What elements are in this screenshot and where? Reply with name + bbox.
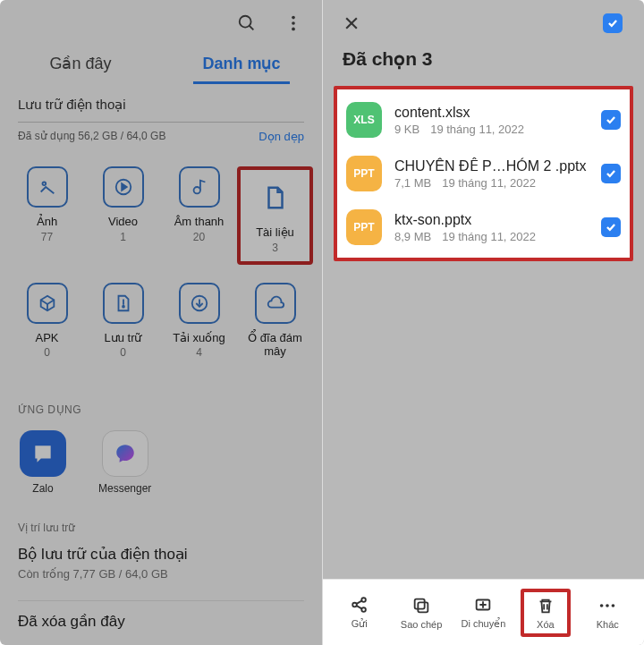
svg-point-2 (292, 16, 295, 20)
svg-point-0 (240, 16, 251, 28)
file-checkbox[interactable] (601, 110, 621, 130)
svg-point-26 (612, 604, 615, 607)
svg-line-18 (356, 606, 361, 609)
svg-point-25 (606, 604, 609, 607)
svg-line-1 (250, 26, 254, 30)
close-icon[interactable] (341, 13, 362, 34)
svg-point-5 (42, 182, 46, 186)
ppt-icon: PPT (346, 209, 382, 245)
app-messenger[interactable]: Messenger (98, 430, 151, 495)
action-more[interactable]: Khác (582, 596, 632, 630)
svg-line-17 (356, 600, 361, 604)
cat-cloud[interactable]: Ổ đĩa đám mây (237, 283, 313, 381)
cat-archive[interactable]: Lưu trữ 0 (85, 283, 161, 381)
action-copy[interactable]: Sao chép (396, 596, 446, 630)
action-move[interactable]: Di chuyển (458, 595, 508, 630)
cat-audio[interactable]: Âm thanh 20 (161, 166, 237, 265)
phone-storage-item[interactable]: Bộ lưu trữ của điện thoại Còn trống 7,77… (18, 545, 304, 590)
tab-categories[interactable]: Danh mục (161, 47, 322, 84)
svg-marker-7 (122, 183, 127, 190)
action-delete[interactable]: Xóa (521, 589, 571, 637)
svg-point-8 (193, 187, 199, 193)
storage-used: Đã sử dụng 56,2 GB / 64,0 GB (18, 130, 165, 143)
file-row[interactable]: PPT ktx-son.pptx 8,9 MB19 tháng 11, 2022 (341, 200, 626, 254)
recent-deleted-item[interactable]: Đã xóa gần đây (18, 612, 304, 640)
file-checkbox[interactable] (601, 217, 621, 237)
action-send[interactable]: Gửi (335, 595, 385, 630)
select-all-checkbox[interactable] (603, 13, 623, 33)
svg-point-4 (292, 28, 295, 31)
more-icon[interactable] (283, 13, 304, 34)
svg-rect-19 (418, 602, 428, 612)
ppt-icon: PPT (346, 156, 382, 191)
xls-icon: XLS (346, 102, 382, 138)
cat-documents[interactable]: Tài liệu 3 (237, 166, 313, 265)
file-checkbox[interactable] (601, 164, 621, 183)
storage-clean[interactable]: Dọn dẹp (258, 130, 304, 143)
location-title: Vị trí lưu trữ (18, 522, 304, 534)
storage-title: Lưu trữ điện thoại (18, 97, 304, 113)
bottom-action-bar: Gửi Sao chép Di chuyển Xóa Khác (323, 579, 644, 645)
svg-point-24 (600, 604, 604, 607)
cat-apk[interactable]: APK 0 (9, 283, 85, 381)
app-zalo[interactable]: Zalo (20, 430, 66, 495)
cat-images[interactable]: Ảnh 77 (9, 166, 85, 265)
tab-recent[interactable]: Gần đây (0, 47, 161, 84)
search-icon[interactable] (236, 13, 258, 34)
svg-point-10 (123, 305, 124, 307)
svg-rect-20 (415, 598, 425, 608)
cat-downloads[interactable]: Tải xuống 4 (161, 283, 237, 381)
selection-title: Đã chọn 3 (323, 47, 644, 86)
apps-title: ỨNG DỤNG (18, 403, 304, 416)
file-row[interactable]: XLS content.xlsx 9 KB19 tháng 11, 2022 (341, 93, 626, 147)
cat-video[interactable]: Video 1 (85, 166, 161, 265)
file-list-highlight: XLS content.xlsx 9 KB19 tháng 11, 2022 P… (334, 86, 633, 261)
file-row[interactable]: PPT CHUYÊN ĐỀ P…HÓM 2 .pptx 7,1 MB19 thá… (341, 147, 626, 200)
svg-point-3 (292, 21, 295, 25)
